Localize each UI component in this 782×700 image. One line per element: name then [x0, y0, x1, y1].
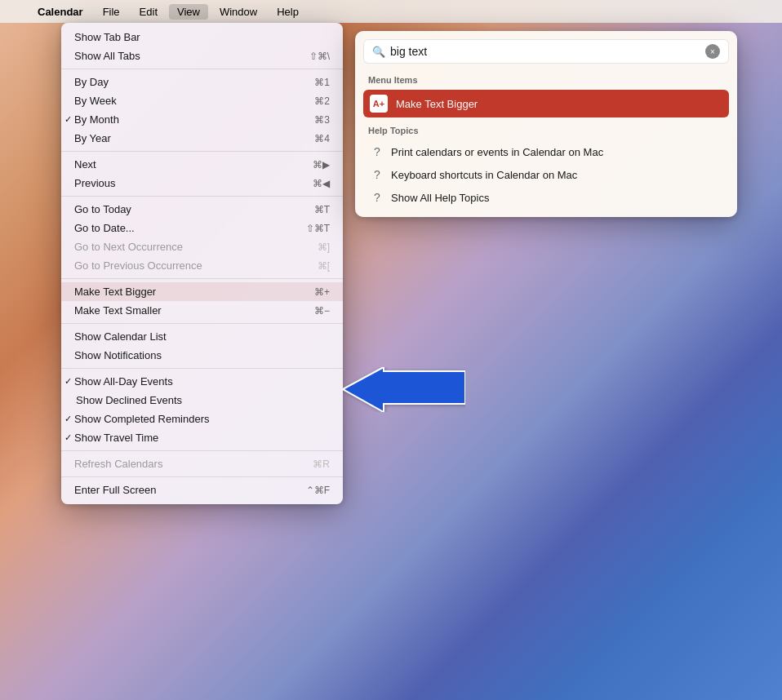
arrow-pointer — [343, 367, 465, 415]
separator-4 — [61, 278, 343, 279]
menu-item-next[interactable]: Next ⌘▶ — [61, 155, 343, 174]
menu-item-previous[interactable]: Previous ⌘◀ — [61, 174, 343, 193]
help-topic-print-calendars[interactable]: ? Print calendars or events in Calendar … — [363, 140, 729, 163]
separator-1 — [61, 69, 343, 69]
help-section-topics: Help Topics — [363, 117, 729, 140]
checkmark-by-month: ✓ — [64, 114, 72, 125]
view-menu: Show Tab Bar Show All Tabs ⇧⌘\ By Day ⌘1… — [61, 23, 343, 504]
separator-7 — [61, 450, 343, 451]
menubar-item-window[interactable]: Window — [211, 4, 265, 20]
help-item-label: Make Text Bigger — [396, 98, 478, 110]
checkmark-completed-reminders: ✓ — [64, 414, 72, 424]
menu-item-show-completed-reminders[interactable]: ✓ Show Completed Reminders — [61, 410, 343, 428]
separator-5 — [61, 323, 343, 324]
menu-item-make-text-smaller[interactable]: Make Text Smaller ⌘− — [61, 301, 343, 320]
menubar-item-view[interactable]: View — [169, 4, 208, 20]
arrow-shape — [343, 367, 465, 412]
menubar-item-help[interactable]: Help — [269, 4, 307, 20]
help-topic-keyboard-shortcuts[interactable]: ? Keyboard shortcuts in Calendar on Mac — [363, 163, 729, 186]
svg-marker-0 — [343, 367, 465, 412]
menu-item-show-tab-bar[interactable]: Show Tab Bar — [61, 28, 343, 47]
menu-item-go-to-date[interactable]: Go to Date... ⇧⌘T — [61, 219, 343, 237]
menu-item-enter-full-screen[interactable]: Enter Full Screen ⌃⌘F — [61, 481, 343, 499]
help-circle-icon: ? — [370, 145, 384, 158]
help-result-make-text-bigger[interactable]: A+ Make Text Bigger — [363, 90, 729, 117]
separator-8 — [61, 476, 343, 477]
menu-item-show-notifications[interactable]: Show Notifications — [61, 346, 343, 365]
help-circle-icon-2: ? — [370, 168, 384, 181]
help-search-bar[interactable]: 🔍 × — [363, 39, 729, 64]
menu-item-go-to-today[interactable]: Go to Today ⌘T — [61, 200, 343, 219]
search-clear-button[interactable]: × — [705, 44, 720, 59]
menu-item-show-calendar-list[interactable]: Show Calendar List — [61, 327, 343, 346]
help-section-menu-items: Menu Items — [363, 73, 729, 90]
menu-item-show-travel-time[interactable]: ✓ Show Travel Time — [61, 428, 343, 447]
search-icon: 🔍 — [372, 46, 385, 58]
help-item-icon: A+ — [370, 95, 388, 113]
menu-item-show-all-tabs[interactable]: Show All Tabs ⇧⌘\ — [61, 47, 343, 65]
separator-3 — [61, 196, 343, 197]
menu-item-make-text-bigger[interactable]: Make Text Bigger ⌘+ — [61, 282, 343, 301]
menu-item-go-to-next-occurrence: Go to Next Occurrence ⌘] — [61, 237, 343, 256]
help-panel: 🔍 × Menu Items A+ Make Text Bigger Help … — [355, 31, 737, 217]
checkmark-all-day: ✓ — [64, 376, 72, 387]
menu-item-by-day[interactable]: By Day ⌘1 — [61, 73, 343, 91]
apple-menu[interactable] — [10, 10, 26, 13]
help-topic-show-all[interactable]: ? Show All Help Topics — [363, 186, 729, 209]
menubar-item-file[interactable]: File — [95, 4, 128, 20]
menu-item-go-to-prev-occurrence: Go to Previous Occurrence ⌘[ — [61, 256, 343, 275]
help-topic-text: Print calendars or events in Calendar on… — [391, 146, 603, 158]
checkmark-travel-time: ✓ — [64, 432, 72, 443]
menubar: Calendar File Edit View Window Help — [0, 0, 782, 23]
help-search-input[interactable] — [390, 45, 705, 58]
menubar-item-calendar[interactable]: Calendar — [29, 4, 91, 20]
menu-item-by-year[interactable]: By Year ⌘4 — [61, 129, 343, 148]
help-topic-text-3: Show All Help Topics — [391, 192, 489, 204]
menu-item-show-declined-events[interactable]: Show Declined Events — [61, 391, 343, 410]
menu-item-show-all-day-events[interactable]: ✓ Show All-Day Events — [61, 372, 343, 391]
close-icon: × — [710, 47, 715, 56]
menubar-item-edit[interactable]: Edit — [131, 4, 166, 20]
menu-item-refresh-calendars: Refresh Calendars ⌘R — [61, 454, 343, 473]
text-size-icon: A+ — [373, 99, 384, 109]
help-topic-text-2: Keyboard shortcuts in Calendar on Mac — [391, 169, 577, 181]
menu-item-by-month[interactable]: ✓ By Month ⌘3 — [61, 110, 343, 129]
help-circle-icon-3: ? — [370, 191, 384, 204]
separator-6 — [61, 368, 343, 369]
menu-item-by-week[interactable]: By Week ⌘2 — [61, 91, 343, 110]
separator-2 — [61, 151, 343, 152]
